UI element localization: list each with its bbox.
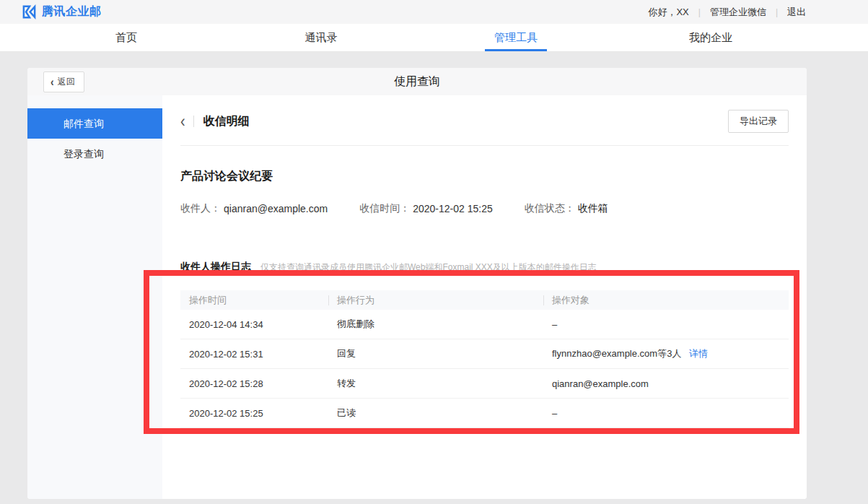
table-row: 2020-12-02 15:31 回复 flynnzhao@example.co… (180, 339, 789, 369)
column-header-action: 操作行为 (328, 294, 543, 307)
chevron-left-icon: ‹ (51, 76, 54, 87)
panel-header: ‹ 返回 使用查询 (27, 68, 807, 95)
app-title: 腾讯企业邮 (42, 4, 102, 19)
cell-action: 转发 (328, 377, 543, 390)
page-title: 使用查询 (27, 74, 807, 90)
receive-time-value: 2020-12-02 15:25 (413, 203, 493, 214)
export-records-button[interactable]: 导出记录 (728, 110, 789, 133)
app-logo[interactable]: 腾讯企业邮 (22, 4, 102, 19)
table-row: 2020-12-02 15:25 已读 – (180, 399, 789, 428)
tab-my-company[interactable]: 我的企业 (613, 24, 808, 51)
cell-target: – (543, 319, 789, 330)
user-greeting: 你好，XX (648, 6, 688, 19)
manage-wecom-link[interactable]: 管理企业微信 (710, 6, 766, 19)
sidebar: 邮件查询 登录查询 (27, 95, 162, 499)
sidebar-item-login-query[interactable]: 登录查询 (27, 139, 162, 169)
main-nav: 首页 通讯录 管理工具 我的企业 (0, 24, 868, 52)
cell-target: – (543, 408, 789, 419)
cell-action: 已读 (328, 407, 543, 420)
column-header-target: 操作对象 (543, 294, 789, 307)
exmail-logo-icon (22, 4, 37, 19)
main-content: ‹ 收信明细 导出记录 产品讨论会议纪要 收件人： qianran@exampl… (162, 95, 807, 499)
divider: | (698, 7, 701, 17)
logout-link[interactable]: 退出 (787, 6, 806, 19)
back-button[interactable]: ‹ 返回 (43, 71, 84, 92)
receive-time-label: 收信时间： (359, 202, 410, 215)
receive-status-label: 收信状态： (525, 202, 575, 215)
divider (193, 116, 194, 127)
tab-home[interactable]: 首页 (29, 24, 224, 51)
mail-subject: 产品讨论会议纪要 (180, 169, 789, 184)
table-header: 操作时间 操作行为 操作对象 (180, 290, 789, 310)
recipient-label: 收件人： (180, 202, 221, 215)
tab-admin-tools[interactable]: 管理工具 (418, 24, 613, 51)
recipient-value: qianran@example.com (224, 203, 328, 214)
detail-link[interactable]: 详情 (689, 348, 708, 359)
cell-target: flynnzhao@example.com等3人 详情 (543, 347, 789, 360)
cell-target: qianran@example.com (543, 378, 789, 389)
topbar: 腾讯企业邮 你好，XX | 管理企业微信 | 退出 (0, 0, 868, 24)
table-row: 2020-12-02 15:28 转发 qianran@example.com (180, 369, 789, 399)
cell-time: 2020-12-04 14:34 (180, 319, 328, 330)
tab-contacts[interactable]: 通讯录 (224, 24, 418, 51)
cell-time: 2020-12-02 15:25 (180, 408, 328, 419)
mail-meta: 收件人： qianran@example.com 收信时间： 2020-12-0… (180, 202, 789, 215)
cell-time: 2020-12-02 15:28 (180, 378, 328, 389)
operation-log-title: 收件人操作日志 (180, 261, 251, 274)
divider (180, 145, 789, 146)
cell-action: 彻底删除 (328, 318, 543, 331)
operation-log-table: 操作时间 操作行为 操作对象 2020-12-04 14:34 彻底删除 – 2… (180, 290, 789, 428)
operation-log-note: 仅支持查询通讯录成员使用腾讯企业邮Web端和Foxmail XXX及以上版本的邮… (260, 261, 597, 274)
detail-title: 收信明细 (203, 114, 250, 129)
usage-query-panel: ‹ 返回 使用查询 邮件查询 登录查询 ‹ 收信明细 导出记录 产品讨论会议纪要 (27, 68, 807, 499)
receive-status-value: 收件箱 (578, 202, 608, 215)
cell-time: 2020-12-02 15:31 (180, 349, 328, 360)
back-chevron-icon[interactable]: ‹ (180, 113, 185, 130)
divider: | (776, 7, 778, 17)
column-header-time: 操作时间 (180, 294, 328, 307)
table-row: 2020-12-04 14:34 彻底删除 – (180, 310, 789, 339)
cell-action: 回复 (328, 347, 543, 360)
sidebar-item-mail-query[interactable]: 邮件查询 (27, 108, 162, 139)
topbar-right: 你好，XX | 管理企业微信 | 退出 (648, 6, 806, 19)
